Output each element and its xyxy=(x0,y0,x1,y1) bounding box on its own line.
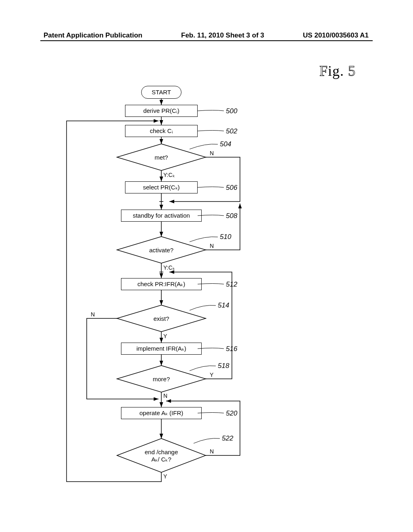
flow-520: operate Aₖ (IFR) xyxy=(121,407,202,419)
ref-500: 500 xyxy=(226,107,237,115)
label-510-n: N xyxy=(210,243,214,249)
flow-510: activate? xyxy=(141,246,181,254)
ref-512: 512 xyxy=(226,281,237,289)
label-514-n: N xyxy=(91,311,95,318)
ref-514: 514 xyxy=(218,301,229,310)
flow-512: check PR:IFR(Aₖ) xyxy=(121,278,202,290)
flow-514: exist? xyxy=(141,315,181,323)
flow-502: check Cᵢ xyxy=(125,125,198,137)
flow-516: implement IFR(Aₖ) xyxy=(121,343,202,355)
ref-520: 520 xyxy=(226,409,237,418)
label-504-n: N xyxy=(210,150,214,156)
flow-518: more? xyxy=(141,375,181,383)
label-504-y: Y:Cₖ xyxy=(163,172,175,178)
ref-522: 522 xyxy=(222,434,233,443)
label-522-n: N xyxy=(210,448,214,455)
flow-522: end /change Aₖ/ Cₖ? xyxy=(137,449,186,463)
label-514-y: Y xyxy=(163,333,167,339)
flow-start: START xyxy=(141,86,181,99)
ref-516: 516 xyxy=(226,345,237,353)
ref-518: 518 xyxy=(218,362,229,370)
flowchart-canvas: START derive PR(Cᵢ) check Cᵢ met? select… xyxy=(0,0,413,532)
flow-506: select PR(Cₖ) xyxy=(125,181,198,193)
label-510-y: Y:Cₖ xyxy=(163,264,175,271)
ref-506: 506 xyxy=(226,184,237,192)
flow-504: met? xyxy=(141,154,181,162)
flow-500: derive PR(Cᵢ) xyxy=(125,105,198,117)
label-518-n: N xyxy=(163,393,167,399)
flowchart-lines xyxy=(0,0,413,532)
flow-508: standby for activation xyxy=(121,210,202,222)
label-518-y: Y xyxy=(210,372,213,378)
ref-510: 510 xyxy=(220,233,231,241)
ref-502: 502 xyxy=(226,127,237,135)
label-522-y: Y xyxy=(163,473,167,480)
ref-508: 508 xyxy=(226,212,237,220)
ref-504: 504 xyxy=(220,140,231,148)
